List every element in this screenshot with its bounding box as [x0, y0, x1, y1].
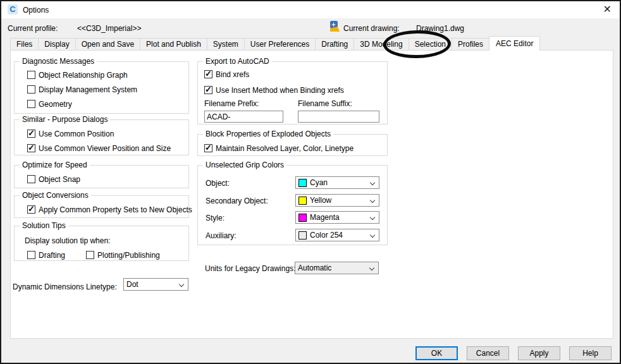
tab-user-preferences[interactable]: User Preferences: [244, 38, 316, 51]
checkbox-display-management-system[interactable]: Display Management System: [27, 85, 137, 94]
dynamic-dimensions-linetype-select[interactable]: Dot: [123, 278, 188, 291]
chevron-down-icon: [370, 180, 375, 185]
tab-selection[interactable]: Selection: [409, 38, 452, 51]
tab-strip: Files Display Open and Save Plot and Pub…: [10, 37, 540, 51]
checkbox-box[interactable]: [27, 130, 35, 138]
filename-prefix-input[interactable]: [204, 111, 283, 123]
checkbox-label: Plotting/Publishing: [97, 251, 160, 260]
title-bar: C Options ✕: [1, 1, 620, 18]
checkbox-label: Drafting: [39, 251, 65, 260]
current-profile-value: <<C3D_Imperial>>: [77, 24, 141, 33]
chevron-down-icon: [370, 233, 375, 238]
checkbox-object-snap[interactable]: Object Snap: [27, 174, 80, 184]
checkbox-box[interactable]: [27, 100, 35, 108]
civil3d-app-icon: C: [8, 4, 18, 15]
combo-value: Color 254: [310, 231, 343, 240]
checkbox-apply-common-property-sets[interactable]: Apply Common Property Sets to New Object…: [27, 205, 192, 214]
tab-plot-and-publish[interactable]: Plot and Publish: [140, 38, 207, 51]
close-icon[interactable]: ✕: [603, 4, 612, 15]
checkbox-bind-xrefs[interactable]: Bind xrefs: [204, 70, 249, 79]
group-unselected-grip-colors: Unselected Grip Colors Object: Cyan Seco…: [197, 165, 388, 245]
combo-value: Automatic: [298, 264, 331, 272]
tab-profiles[interactable]: Profiles: [452, 38, 489, 51]
checkbox-use-insert-method[interactable]: Use Insert Method when Binding xrefs: [204, 85, 344, 95]
group-optimize-for-speed: Optimize for Speed Object Snap: [14, 165, 189, 188]
group-object-conversions: Object Conversions Apply Common Property…: [14, 195, 189, 218]
checkbox-label: Maintain Resolved Layer, Color, Linetype: [216, 144, 354, 153]
combo-value: Magenta: [310, 213, 340, 222]
solution-tip-sublabel: Display solution tip when:: [25, 236, 110, 245]
chevron-down-icon: [370, 198, 375, 203]
checkbox-box[interactable]: [27, 144, 35, 152]
color-swatch: [298, 197, 307, 205]
checkbox-geometry[interactable]: Geometry: [27, 99, 72, 109]
options-dialog: C Options ✕ Current profile: <<C3D_Imper…: [0, 0, 621, 364]
chevron-down-icon: [370, 215, 375, 220]
group-title: Unselected Grip Colors: [203, 161, 286, 169]
current-drawing-label: Current drawing:: [343, 24, 400, 33]
group-title: Object Conversions: [20, 191, 91, 200]
checkbox-use-common-position[interactable]: Use Common Position: [27, 129, 114, 138]
group-title: Optimize for Speed: [20, 161, 90, 169]
group-solution-tips: Solution Tips Display solution tip when:…: [14, 226, 189, 261]
checkbox-maintain-resolved-layer[interactable]: Maintain Resolved Layer, Color, Linetype: [204, 143, 354, 153]
filename-prefix-label: Filename Prefix:: [204, 99, 259, 108]
group-title: Block Properties of Exploded Objects: [203, 130, 333, 138]
style-grip-color-select[interactable]: Magenta: [295, 211, 379, 224]
color-swatch: [298, 179, 307, 187]
checkbox-drafting[interactable]: Drafting: [27, 250, 65, 260]
group-similar-purpose-dialogs: Similar - Purpose Dialogs Use Common Pos…: [14, 119, 189, 155]
chevron-down-icon: [369, 265, 374, 270]
group-title: Export to AutoCAD: [203, 57, 272, 66]
checkbox-label: Use Common Viewer Position and Size: [39, 144, 171, 153]
group-diagnostic-messages: Diagnostic Messages Object Relationship …: [14, 61, 189, 114]
tab-3d-modeling[interactable]: 3D Modeling: [354, 38, 409, 51]
secondary-object-grip-color-select[interactable]: Yellow: [295, 194, 379, 207]
checkbox-object-relationship-graph[interactable]: Object Relationship Graph: [27, 70, 128, 80]
group-block-properties: Block Properties of Exploded Objects Mai…: [197, 134, 388, 156]
checkbox-box[interactable]: [204, 86, 212, 94]
tab-display[interactable]: Display: [38, 38, 75, 51]
tab-open-and-save[interactable]: Open and Save: [75, 38, 140, 51]
tab-files[interactable]: Files: [10, 38, 39, 51]
style-grip-label: Style:: [206, 214, 224, 222]
cancel-button[interactable]: Cancel: [467, 346, 509, 360]
group-export-to-autocad: Export to AutoCAD Bind xrefs Use Insert …: [197, 61, 388, 124]
checkbox-box[interactable]: [27, 205, 35, 214]
checkbox-box[interactable]: [27, 175, 35, 183]
checkbox-box[interactable]: [27, 85, 35, 94]
object-grip-color-select[interactable]: Cyan: [295, 176, 379, 189]
apply-button[interactable]: Apply: [518, 346, 560, 360]
tab-system[interactable]: System: [207, 38, 245, 51]
filename-suffix-label: Filename Suffix:: [298, 99, 352, 108]
tab-drafting[interactable]: Drafting: [315, 38, 354, 51]
combo-value: Cyan: [310, 178, 328, 187]
checkbox-plotting-publishing[interactable]: Plotting/Publishing: [86, 250, 160, 260]
help-button[interactable]: Help: [569, 346, 612, 360]
checkbox-label: Bind xrefs: [216, 70, 249, 79]
color-swatch: [298, 231, 307, 240]
checkbox-label: Use Common Position: [39, 130, 114, 138]
checkbox-label: Use Insert Method when Binding xrefs: [216, 86, 344, 95]
dialog-title: Options: [23, 6, 49, 15]
units-legacy-drawings-label: Units for Legacy Drawings:: [205, 264, 295, 273]
group-title: Similar - Purpose Dialogs: [20, 115, 110, 124]
auxiliary-grip-color-select[interactable]: Color 254: [295, 229, 379, 241]
checkbox-label: Object Relationship Graph: [39, 71, 128, 80]
checkbox-box[interactable]: [27, 251, 35, 259]
checkbox-box[interactable]: [204, 144, 212, 152]
dynamic-dimensions-linetype-label: Dynamic Dimensions Linetype:: [13, 282, 117, 291]
checkbox-box[interactable]: [86, 251, 94, 259]
secondary-object-grip-label: Secondary Object:: [206, 197, 268, 205]
filename-suffix-input[interactable]: [298, 111, 379, 123]
checkbox-use-common-viewer-position[interactable]: Use Common Viewer Position and Size: [27, 143, 171, 153]
tab-aec-editor[interactable]: AEC Editor: [489, 36, 540, 51]
units-legacy-drawings-select[interactable]: Automatic: [295, 262, 379, 274]
chevron-down-icon: [179, 282, 184, 287]
drawing-file-icon: [329, 21, 340, 32]
group-title: Solution Tips: [20, 221, 68, 230]
ok-button[interactable]: OK: [415, 346, 458, 360]
checkbox-box[interactable]: [204, 70, 212, 78]
checkbox-label: Object Snap: [39, 175, 80, 184]
checkbox-box[interactable]: [27, 71, 35, 79]
